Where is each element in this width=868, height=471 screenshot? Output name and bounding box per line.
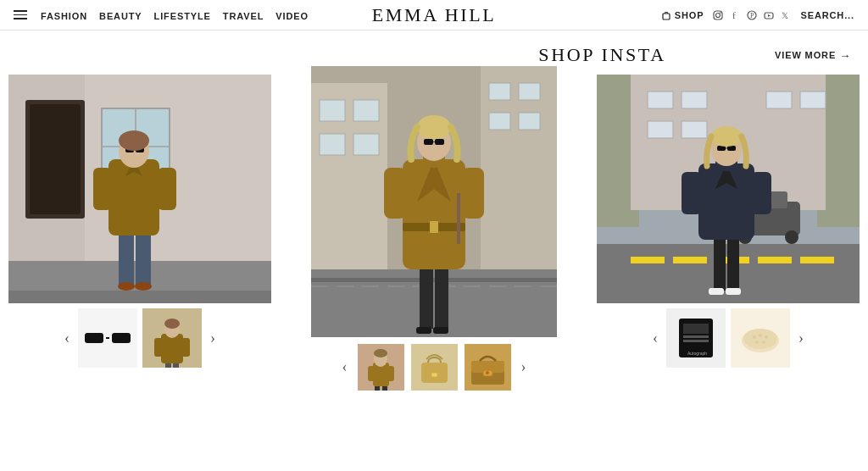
svg-rect-19	[119, 227, 134, 286]
svg-point-137	[762, 341, 765, 344]
main-content: ‹	[0, 75, 868, 471]
nav-video[interactable]: VIDEO	[275, 11, 309, 21]
svg-point-132	[743, 329, 777, 349]
youtube-icon[interactable]	[763, 9, 775, 21]
svg-point-31	[118, 282, 135, 291]
svg-rect-65	[435, 139, 444, 145]
prev-arrow-center[interactable]: ‹	[339, 358, 351, 376]
thumb-coat-portrait[interactable]	[142, 308, 202, 368]
svg-rect-127	[683, 335, 709, 338]
svg-rect-44	[353, 100, 379, 121]
next-arrow-center[interactable]: ›	[518, 358, 530, 376]
thumb-mini-bag-svg	[411, 344, 458, 391]
thumb-mini-bag[interactable]	[411, 344, 458, 391]
svg-rect-49	[519, 83, 540, 100]
col-center: ‹	[271, 75, 597, 471]
svg-rect-96	[800, 91, 826, 108]
header-left: FASHION BEAUTY LIFESTYLE TRAVEL VIDEO	[14, 8, 309, 23]
svg-rect-104	[800, 257, 834, 263]
svg-point-36	[164, 319, 180, 329]
glasses-shape	[85, 333, 131, 343]
main-photo-left[interactable]	[8, 75, 271, 303]
col-left: ‹	[8, 75, 271, 471]
svg-rect-122	[709, 288, 724, 295]
svg-rect-55	[420, 261, 433, 329]
thumb-insoles[interactable]	[731, 308, 790, 368]
svg-rect-79	[375, 386, 380, 391]
thumb-model-portrait[interactable]	[358, 344, 404, 391]
thumbnails-left: ‹	[8, 308, 271, 368]
svg-rect-51	[519, 113, 540, 130]
svg-rect-53	[311, 278, 557, 282]
main-photo-center[interactable]	[311, 66, 557, 337]
svg-rect-126	[683, 324, 709, 334]
svg-point-136	[755, 341, 759, 344]
right-scene-svg	[597, 75, 860, 303]
header-right: SHOP f P 𝕏 SEARCH...	[661, 9, 854, 21]
svg-rect-0	[663, 14, 670, 19]
svg-point-88	[486, 371, 489, 374]
svg-rect-50	[489, 113, 510, 130]
prev-arrow-right[interactable]: ‹	[649, 330, 661, 347]
social-icons: f P 𝕏	[712, 9, 792, 21]
svg-text:𝕏: 𝕏	[782, 11, 788, 20]
nav-fashion[interactable]: FASHION	[41, 11, 87, 21]
svg-rect-56	[435, 261, 448, 329]
svg-rect-83	[431, 373, 437, 377]
svg-rect-68	[384, 168, 406, 219]
nav-beauty[interactable]: BEAUTY	[99, 11, 142, 21]
thumb-portrait-svg	[358, 344, 404, 391]
svg-rect-70	[457, 193, 460, 244]
svg-rect-128	[683, 340, 709, 342]
thumb-socks-svg: Autograph	[666, 308, 726, 368]
svg-rect-101	[673, 257, 707, 263]
section-title: SHOP INSTA	[362, 44, 775, 66]
thumb-insoles-svg	[731, 308, 790, 368]
svg-rect-45	[320, 134, 345, 155]
svg-rect-103	[758, 257, 792, 263]
svg-rect-20	[136, 227, 151, 286]
svg-point-3	[721, 12, 722, 14]
svg-rect-93	[648, 91, 673, 108]
site-title: EMMA HILL	[372, 4, 497, 26]
svg-rect-77	[368, 366, 375, 381]
facebook-icon[interactable]: f	[729, 9, 741, 21]
svg-rect-80	[382, 386, 387, 391]
svg-point-119	[711, 126, 742, 147]
svg-rect-78	[387, 366, 394, 381]
prev-arrow-left[interactable]: ‹	[61, 330, 73, 347]
thumb-sunglasses[interactable]	[78, 308, 137, 368]
main-nav: FASHION BEAUTY LIFESTYLE TRAVEL VIDEO	[41, 8, 309, 23]
col-right: ‹ Autograph	[597, 75, 860, 471]
next-arrow-right[interactable]: ›	[795, 330, 807, 347]
svg-rect-40	[173, 363, 179, 368]
pinterest-icon[interactable]: P	[746, 9, 758, 21]
thumb-coat-svg	[142, 308, 202, 368]
thumb-structured-bag[interactable]	[465, 344, 511, 391]
left-scene-svg	[8, 75, 271, 303]
svg-rect-37	[154, 338, 163, 357]
svg-point-108	[785, 230, 798, 244]
svg-rect-12	[30, 104, 81, 214]
svg-point-2	[716, 13, 721, 17]
view-more-link[interactable]: VIEW MORE →	[775, 49, 851, 62]
svg-rect-120	[682, 172, 702, 214]
svg-rect-71	[416, 327, 431, 334]
nav-lifestyle[interactable]: LIFESTYLE	[154, 11, 211, 21]
shop-link[interactable]: SHOP	[661, 10, 704, 20]
svg-rect-123	[726, 288, 741, 295]
thumb-socks[interactable]: Autograph	[666, 308, 726, 368]
hamburger-menu[interactable]	[14, 10, 27, 19]
svg-rect-34	[161, 334, 183, 363]
main-photo-right[interactable]	[597, 75, 860, 303]
svg-rect-100	[631, 257, 665, 263]
svg-rect-38	[181, 338, 190, 357]
search-button[interactable]: SEARCH...	[800, 10, 854, 20]
instagram-icon[interactable]	[712, 9, 724, 21]
svg-point-133	[753, 335, 756, 339]
svg-rect-110	[727, 231, 739, 291]
svg-rect-43	[320, 100, 345, 121]
nav-travel[interactable]: TRAVEL	[223, 11, 264, 21]
next-arrow-left[interactable]: ›	[207, 330, 219, 347]
twitter-icon[interactable]: 𝕏	[780, 9, 792, 21]
